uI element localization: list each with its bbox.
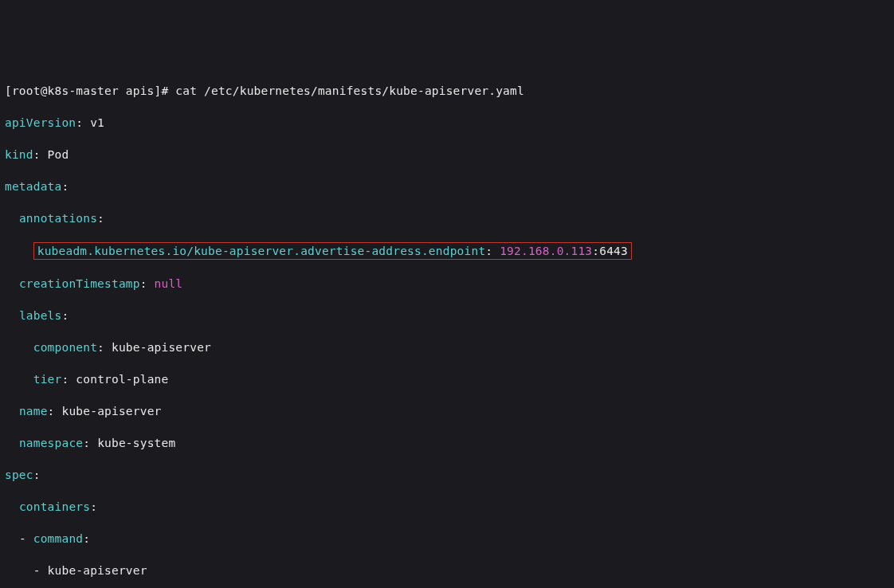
yaml-value: kube-apiserver [61,405,161,417]
indent [5,212,19,225]
annotation-key: kubeadm.kubernetes.io/kube-apiserver.adv… [37,245,486,257]
yaml-key: component [33,341,97,354]
colon: : [33,468,41,481]
command: cat /etc/kubernetes/manifests/kube-apise… [175,84,524,97]
terminal-output: [root@k8s-master apis]# cat /etc/kuberne… [5,67,889,588]
indent [5,309,19,322]
yaml-key: tier [33,373,62,386]
yaml-key: creationTimestamp [19,277,140,290]
yaml-line: - kube-apiserver [5,563,889,578]
indent [5,405,19,417]
yaml-line: component: kube-apiserver [5,339,889,355]
yaml-line: name: kube-apiserver [5,403,889,419]
sep: : [83,437,97,449]
indent [5,532,19,545]
indent [5,437,19,449]
sep: : [48,405,62,417]
user-host: root@k8s-master apis [12,84,155,97]
yaml-line: containers: [5,499,889,515]
yaml-value: Pod [48,148,69,161]
indent [5,373,33,386]
sep: : [97,341,112,354]
colon: : [61,309,69,322]
yaml-key: command [33,532,84,545]
dash: - [33,564,48,577]
indent [5,277,19,290]
colon: : [61,180,69,193]
annotation-highlight: kubeadm.kubernetes.io/kube-apiserver.adv… [33,242,632,260]
yaml-key: labels [19,309,62,322]
sep: : [485,245,500,257]
yaml-key: name [19,405,48,417]
yaml-key: namespace [19,437,83,449]
sep: : [61,373,76,386]
yaml-value: null [155,277,183,290]
indent [5,245,33,257]
yaml-line: apiVersion: v1 [5,115,889,131]
yaml-key: containers [19,500,90,513]
indent [5,564,33,577]
sep: : [140,277,155,290]
bracket-close: ]# [155,84,176,97]
cmd-name: kube-apiserver [48,564,147,577]
sep: : [33,148,48,161]
annotation-highlight-row: kubeadm.kubernetes.io/kube-apiserver.adv… [5,242,889,260]
yaml-line: annotations: [5,210,889,226]
colon: : [83,532,90,545]
yaml-line: namespace: kube-system [5,435,889,451]
sep: : [76,116,90,129]
yaml-value: v1 [90,116,104,129]
shell-prompt-line: [root@k8s-master apis]# cat /etc/kuberne… [5,83,889,99]
indent [5,341,33,354]
colon: : [90,500,97,513]
annotation-ip: 192.168.0.113 [500,245,592,257]
colon: : [97,212,104,225]
yaml-value: control-plane [76,373,168,386]
bracket: [ [5,84,12,97]
yaml-key: apiVersion [5,116,76,129]
yaml-line: creationTimestamp: null [5,276,889,292]
yaml-value: kube-system [97,437,175,449]
yaml-line: metadata: [5,178,889,194]
yaml-line: spec: [5,467,889,483]
dash: - [19,532,33,545]
yaml-key: kind [5,148,33,161]
yaml-line: - command: [5,531,889,547]
yaml-line: tier: control-plane [5,371,889,387]
annotation-port: :6443 [592,245,628,257]
yaml-line: labels: [5,308,889,323]
yaml-line: kind: Pod [5,147,889,163]
yaml-key: metadata [5,180,61,193]
indent [5,500,19,513]
yaml-value: kube-apiserver [112,341,211,354]
yaml-key: spec [5,468,33,481]
yaml-key: annotations [19,212,97,225]
